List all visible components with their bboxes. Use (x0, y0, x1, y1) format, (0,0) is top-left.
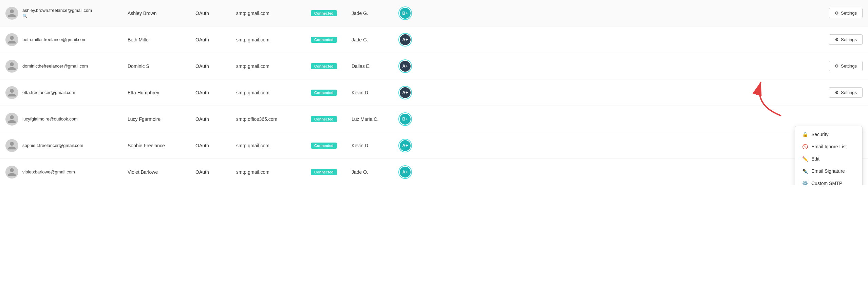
search-icon[interactable]: 🔍 (22, 14, 122, 18)
actions-cell: ⚙Settings (419, 8, 863, 18)
smtp-server: smtp.office365.com (236, 116, 311, 122)
status-cell: Connected (311, 143, 352, 149)
settings-label: Settings (841, 63, 857, 69)
settings-button[interactable]: ⚙Settings (829, 34, 863, 45)
owner-name: Kevin D. (352, 90, 399, 95)
email-text: violetxbarlowe@gmail.com (22, 169, 122, 174)
account-name: Sophie Freelance (128, 143, 195, 148)
avatar (5, 33, 22, 46)
security-icon: 🔒 (802, 132, 808, 137)
account-name: Violet Barlowe (128, 169, 195, 175)
auth-method: OAuth (195, 11, 236, 16)
email-cell: ashley.brown.freelance@gmail.com🔍 (22, 8, 128, 18)
avatar (5, 7, 22, 20)
accounts-table: ashley.brown.freelance@gmail.com🔍Ashley … (0, 0, 868, 185)
status-cell: Connected (311, 90, 352, 96)
settings-label: Settings (841, 11, 857, 16)
menu-item-label: Email Signature (811, 168, 845, 174)
smtp-server: smtp.gmail.com (236, 37, 311, 42)
smtp-server: smtp.gmail.com (236, 63, 311, 69)
email-text: lucyfglaimoire@outlook.com (22, 116, 122, 122)
status-badge: Connected (311, 63, 337, 69)
smtp-server: smtp.gmail.com (236, 169, 311, 175)
settings-button[interactable]: ⚙Settings (829, 61, 863, 71)
account-name: Beth Miller (128, 37, 195, 42)
status-badge: Connected (311, 169, 337, 175)
menu-item-label: Email Ignore List (811, 144, 847, 149)
status-cell: Connected (311, 37, 352, 43)
avatar (5, 139, 22, 152)
user-badge: A+ (399, 87, 411, 99)
owner-name: Jade G. (352, 37, 399, 42)
email-cell: beth.miller.freelance@gmail.com (22, 37, 128, 42)
user-badge: B+ (399, 113, 411, 125)
gear-icon: ⚙ (835, 11, 839, 16)
menu-item-label: Custom SMTP (811, 181, 842, 186)
owner-name: Dallas E. (352, 63, 399, 69)
status-cell: Connected (311, 169, 352, 175)
user-badge-cell: B+ (399, 7, 419, 19)
settings-label: Settings (841, 37, 857, 42)
menu-item-label: Edit (811, 156, 819, 162)
gear-icon: ⚙ (835, 37, 839, 42)
menu-item-email-signature[interactable]: ✒️ Email Signature (795, 165, 862, 177)
gear-icon: ⚙ (835, 63, 839, 69)
account-name: Dominic S (128, 63, 195, 69)
status-badge: Connected (311, 116, 337, 122)
email-cell: lucyfglaimoire@outlook.com (22, 116, 128, 122)
auth-method: OAuth (195, 63, 236, 69)
auth-method: OAuth (195, 90, 236, 95)
account-name: Lucy Fgarmoire (128, 116, 195, 122)
menu-item-email-ignore-list[interactable]: 🚫 Email Ignore List (795, 141, 862, 153)
status-badge: Connected (311, 90, 337, 96)
auth-method: OAuth (195, 169, 236, 175)
email-text: sophie.t.freelancer@gmail.com (22, 143, 122, 148)
user-badge-cell: A+ (399, 139, 419, 152)
avatar (5, 60, 22, 73)
user-badge: A+ (399, 166, 411, 178)
user-badge-cell: A+ (399, 87, 419, 99)
account-name: Ashley Brown (128, 11, 195, 16)
menu-item-security[interactable]: 🔒 Security (795, 128, 862, 141)
email-ignore-list-icon: 🚫 (802, 144, 808, 149)
owner-name: Kevin D. (352, 143, 399, 148)
table-row: dominicthefreelancer@gmail.comDominic SO… (0, 53, 868, 79)
settings-label: Settings (841, 90, 857, 95)
actions-cell: ⚙Settings (419, 34, 863, 45)
email-signature-icon: ✒️ (802, 168, 808, 174)
owner-name: Jade O. (352, 169, 399, 175)
email-text: ashley.brown.freelance@gmail.com (22, 8, 122, 13)
actions-cell: ⚙Settings (419, 61, 863, 71)
status-badge: Connected (311, 37, 337, 43)
email-cell: sophie.t.freelancer@gmail.com (22, 143, 128, 148)
smtp-server: smtp.gmail.com (236, 143, 311, 148)
menu-item-label: Security (811, 132, 829, 137)
owner-name: Jade G. (352, 11, 399, 16)
menu-item-edit[interactable]: ✏️ Edit (795, 153, 862, 165)
user-badge: A+ (399, 34, 411, 46)
table-row: ashley.brown.freelance@gmail.com🔍Ashley … (0, 0, 868, 26)
user-badge: B+ (399, 7, 411, 19)
user-badge-cell: B+ (399, 113, 419, 125)
auth-method: OAuth (195, 143, 236, 148)
settings-button[interactable]: ⚙Settings (829, 87, 863, 98)
avatar (5, 86, 22, 99)
menu-item-custom-smtp[interactable]: ⚙️ Custom SMTP (795, 177, 862, 186)
user-badge: A+ (399, 60, 411, 72)
status-badge: Connected (311, 10, 337, 16)
email-text: dominicthefreelancer@gmail.com (22, 63, 122, 69)
owner-name: Luz Maria C. (352, 116, 399, 122)
email-text: etta.freelancer@gmail.com (22, 90, 122, 95)
avatar (5, 113, 22, 126)
auth-method: OAuth (195, 116, 236, 122)
table-row: sophie.t.freelancer@gmail.comSophie Free… (0, 132, 868, 159)
smtp-server: smtp.gmail.com (236, 90, 311, 95)
user-badge-cell: A+ (399, 166, 419, 178)
table-row: lucyfglaimoire@outlook.comLucy Fgarmoire… (0, 106, 868, 132)
table-row: violetxbarlowe@gmail.comViolet BarloweOA… (0, 159, 868, 185)
context-menu: 🔒 Security 🚫 Email Ignore List ✏️ Edit ✒… (795, 126, 863, 186)
settings-button[interactable]: ⚙Settings (829, 8, 863, 18)
user-badge-cell: A+ (399, 34, 419, 46)
email-text: beth.miller.freelance@gmail.com (22, 37, 122, 42)
user-badge-cell: A+ (399, 60, 419, 72)
